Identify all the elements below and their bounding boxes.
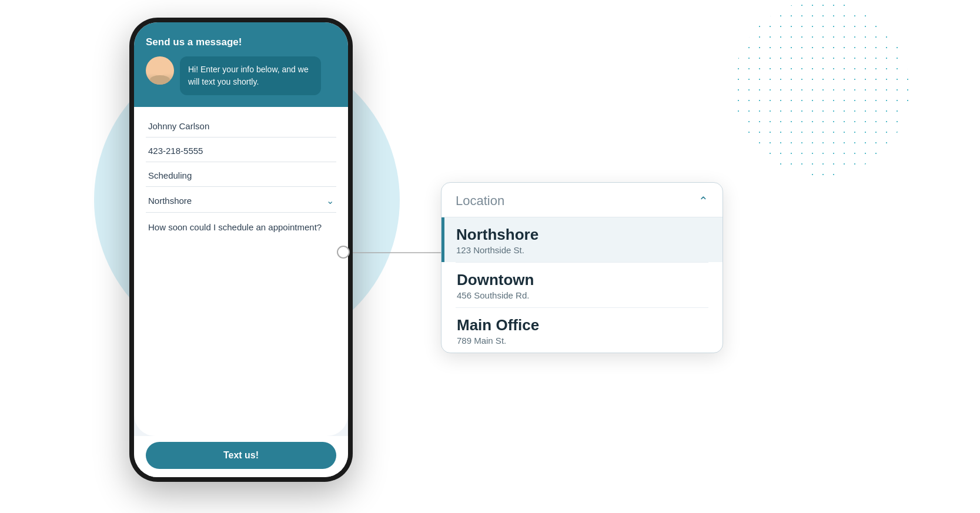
chat-title: Send us a message! (146, 36, 336, 48)
chevron-up-icon[interactable]: ⌃ (698, 194, 708, 208)
location-field[interactable]: Northshore ⌄ (146, 187, 336, 213)
submit-button-wrap: Text us! (134, 436, 348, 477)
phone-mockup: Send us a message! Hi! Enter your info b… (129, 18, 353, 482)
form-area: Johnny Carlson 423-218-5555 Scheduling N… (134, 107, 348, 436)
location-item-main-office[interactable]: Main Office 789 Main St. (441, 308, 723, 353)
avatar-face (146, 56, 174, 85)
topic-field[interactable]: Scheduling (146, 162, 336, 187)
dot-pattern-decoration (733, 0, 909, 176)
chat-header: Send us a message! Hi! Enter your info b… (134, 22, 348, 107)
phone-field[interactable]: 423-218-5555 (146, 138, 336, 162)
location-item-downtown[interactable]: Downtown 456 Southside Rd. (441, 263, 723, 307)
location-address: 789 Main St. (457, 336, 539, 346)
location-address: 456 Southside Rd. (457, 290, 534, 300)
location-name: Main Office (457, 316, 539, 334)
location-value: Northshore (148, 196, 192, 206)
scene: Send us a message! Hi! Enter your info b… (0, 0, 980, 513)
name-field[interactable]: Johnny Carlson (146, 113, 336, 138)
location-item-northshore[interactable]: Northshore 123 Northside St. (441, 217, 723, 262)
location-item-content: Main Office 789 Main St. (441, 308, 553, 353)
location-list: Northshore 123 Northside St. Downtown 45… (441, 217, 723, 353)
location-address: 123 Northside St. (456, 245, 539, 255)
topic-value: Scheduling (148, 170, 334, 180)
submit-button[interactable]: Text us! (146, 442, 336, 469)
connector-line (347, 240, 447, 267)
chat-bubble: Hi! Enter your info below, and we will t… (180, 56, 321, 95)
phone-screen: Send us a message! Hi! Enter your info b… (134, 22, 348, 477)
location-label: Location (456, 193, 504, 209)
location-dropdown[interactable]: Northshore ⌄ (148, 195, 334, 206)
name-value: Johnny Carlson (148, 121, 334, 131)
location-name: Downtown (457, 271, 534, 289)
location-panel: Location ⌃ Northshore 123 Northside St. … (441, 182, 723, 353)
message-field[interactable]: How soon could I schedule an appointment… (146, 213, 336, 428)
location-name: Northshore (456, 226, 539, 244)
location-item-content: Downtown 456 Southside Rd. (441, 263, 548, 307)
chevron-down-icon: ⌄ (326, 195, 334, 206)
location-header: Location ⌃ (441, 183, 723, 217)
location-item-content: Northshore 123 Northside St. (444, 217, 553, 262)
phone-value: 423-218-5555 (148, 146, 334, 156)
avatar (146, 56, 174, 85)
chat-bubble-row: Hi! Enter your info below, and we will t… (146, 56, 336, 95)
